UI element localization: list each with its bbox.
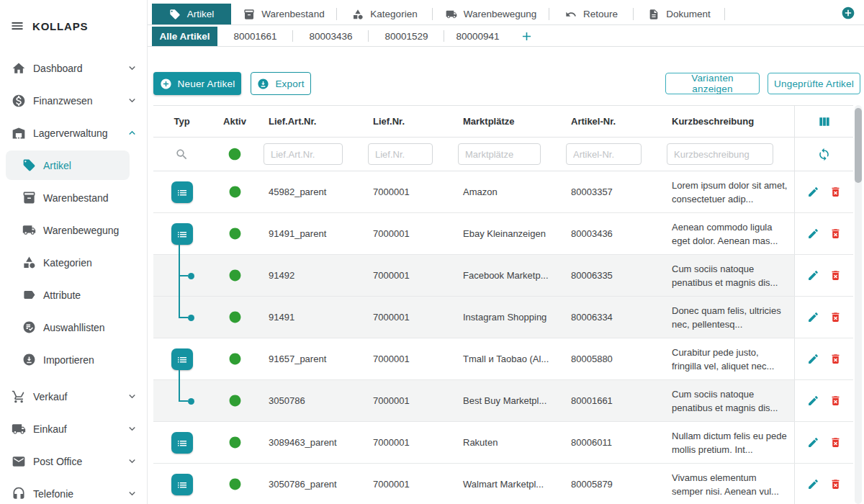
export-button[interactable]: Export [251, 72, 311, 95]
delete-icon [829, 228, 842, 240]
column-header-kurzbeschreibung[interactable]: Kurzbeschreibung [662, 106, 794, 137]
sidebar-item-verkauf[interactable]: Verkauf [0, 380, 147, 413]
lief-nr-filter-input[interactable] [368, 143, 433, 165]
delete-row-button[interactable] [829, 353, 842, 365]
delete-icon [829, 186, 842, 198]
sidebar-item-einkauf[interactable]: Einkauf [0, 413, 147, 445]
sidebar-item-dashboard[interactable]: Dashboard [0, 52, 147, 84]
table-row-child: 914927000001Facebook Marketp...80006335C… [153, 255, 853, 297]
sidebar-item-lagerverwaltung[interactable]: Lagerverwaltung [0, 117, 147, 149]
edit-icon [807, 228, 819, 240]
edit-row-button[interactable] [807, 395, 819, 407]
refresh-button[interactable] [817, 148, 831, 161]
sidebar-item-importieren[interactable]: Importieren [0, 343, 147, 376]
sidebar-item-warenbewegung[interactable]: Warenbewegung [0, 214, 147, 246]
aktiv-cell [210, 380, 259, 421]
vertical-scrollbar[interactable] [855, 105, 862, 504]
expand-variants-button[interactable] [171, 223, 193, 245]
expand-variants-button[interactable] [171, 348, 193, 370]
tab-label: Kategorien [370, 9, 417, 19]
kurzbeschreibung-text: Nullam dictum felis eu pede mollis preti… [672, 429, 794, 456]
subtab-80000941[interactable]: 80000941 [444, 27, 511, 46]
active-filter-toggle[interactable] [228, 147, 242, 161]
row-actions-cell [794, 422, 853, 463]
sidebar-item-kategorien[interactable]: Kategorien [0, 246, 147, 279]
sidebar-item-post-office[interactable]: Post Office [0, 445, 147, 477]
aktiv-cell [210, 171, 259, 212]
expand-variants-button[interactable] [171, 474, 193, 495]
row-actions-cell [794, 338, 853, 379]
add-tab-button[interactable] [841, 6, 855, 20]
edit-row-button[interactable] [807, 311, 819, 323]
active-status-icon-wrap [228, 227, 242, 240]
sidebar-item-finanzwesen[interactable]: Finanzwesen [0, 84, 147, 117]
new-article-label: Neuer Artikel [178, 78, 235, 89]
artikel-nr-cell: 80006011 [562, 422, 662, 463]
tab-retoure[interactable]: Retoure [549, 4, 634, 24]
artikel-nr-cell: 80005879 [562, 464, 662, 504]
table-body: 45982_parent7000001Amazon80003357Lorem i… [153, 171, 853, 504]
lief-nr-cell: 7000001 [364, 255, 454, 296]
artikel-nr-filter-input[interactable] [566, 143, 642, 165]
edit-row-button[interactable] [807, 436, 819, 449]
sidebar-item-label: Verkauf [33, 391, 67, 402]
sidebar-item-artikel[interactable]: Artikel [0, 149, 147, 181]
menu-icon[interactable] [10, 19, 24, 33]
columns-button[interactable] [817, 114, 832, 129]
expand-variants-button[interactable] [171, 432, 193, 454]
delete-row-button[interactable] [829, 478, 842, 490]
kurzbeschreibung-cell: Donec quam felis, ultricies nec, pellent… [662, 297, 794, 338]
unchecked-articles-label: Ungeprüfte Artikel [774, 78, 854, 89]
table-row-child: 914917000001Instagram Shopping80006334Do… [153, 297, 853, 338]
artikel-nr-cell: 80003436 [562, 213, 662, 254]
lief-art-nr-filter-input[interactable] [264, 143, 343, 165]
sidebar-item-warenbestand[interactable]: Warenbestand [0, 181, 147, 214]
edit-row-button[interactable] [807, 186, 819, 198]
tab-label: Warenbewegung [464, 9, 537, 19]
column-header-lief-nr[interactable]: Lief.Nr. [364, 106, 454, 137]
subtab-80003436[interactable]: 80003436 [293, 27, 369, 46]
edit-icon [807, 186, 819, 198]
kurzbeschreibung-cell: Vivamus elementum semper nisi. Aenean vu… [662, 464, 794, 504]
subtab-80001661[interactable]: 80001661 [217, 27, 293, 46]
delete-row-button[interactable] [829, 436, 842, 449]
tab-kategorien[interactable]: Kategorien [337, 4, 433, 24]
delete-row-button[interactable] [829, 395, 842, 407]
show-variants-button[interactable]: Varianten anzeigen [665, 73, 760, 94]
lief-nr-cell: 7000001 [364, 338, 454, 379]
column-header-artikel-nr[interactable]: Artikel-Nr. [562, 106, 662, 137]
edit-row-button[interactable] [807, 228, 819, 240]
tab-dokument[interactable]: Dokument [634, 4, 725, 24]
edit-row-button[interactable] [807, 478, 819, 490]
column-header-lief-art-nr[interactable]: Lief.Art.Nr. [259, 106, 364, 137]
app-root: KOLLAPS DashboardFinanzwesenLagerverwalt… [0, 0, 864, 504]
filter-cell [454, 138, 562, 171]
delete-row-button[interactable] [829, 311, 842, 323]
edit-row-button[interactable] [807, 353, 819, 365]
edit-icon [807, 436, 819, 449]
tab-warenbestand[interactable]: Warenbestand [231, 4, 337, 24]
delete-row-button[interactable] [829, 186, 842, 198]
tab-warenbewegung[interactable]: Warenbewegung [433, 4, 549, 24]
kurzbeschreibung-filter-input[interactable] [667, 143, 773, 165]
marktplaetze-filter-input[interactable] [458, 143, 541, 165]
add-article-tab-button[interactable] [520, 30, 534, 43]
delete-row-button[interactable] [829, 228, 842, 240]
new-article-button[interactable]: Neuer Artikel [153, 72, 241, 95]
edit-row-button[interactable] [807, 269, 819, 282]
subtab-80001529[interactable]: 80001529 [369, 27, 444, 46]
expand-variants-button[interactable] [171, 181, 193, 203]
sidebar-item-telefonie[interactable]: Telefonie [0, 477, 147, 504]
delete-row-button[interactable] [829, 269, 842, 282]
artikel-nr-cell: 80006334 [562, 297, 662, 338]
scrollbar-thumb[interactable] [855, 108, 862, 183]
sidebar-item-attribute[interactable]: Attribute [0, 279, 147, 311]
column-header-aktiv[interactable]: Aktiv [210, 106, 259, 137]
tab-artikel[interactable]: Artikel [152, 4, 231, 24]
row-actions-cell [794, 464, 853, 504]
subtab-alle-artikel[interactable]: Alle Artikel [152, 27, 217, 46]
column-header-typ[interactable]: Typ [153, 106, 210, 137]
sidebar-item-auswahllisten[interactable]: Auswahllisten [0, 311, 147, 343]
unchecked-articles-button[interactable]: Ungeprüfte Artikel [768, 73, 860, 94]
column-header-marktpl-tze[interactable]: Marktplätze [454, 106, 562, 137]
